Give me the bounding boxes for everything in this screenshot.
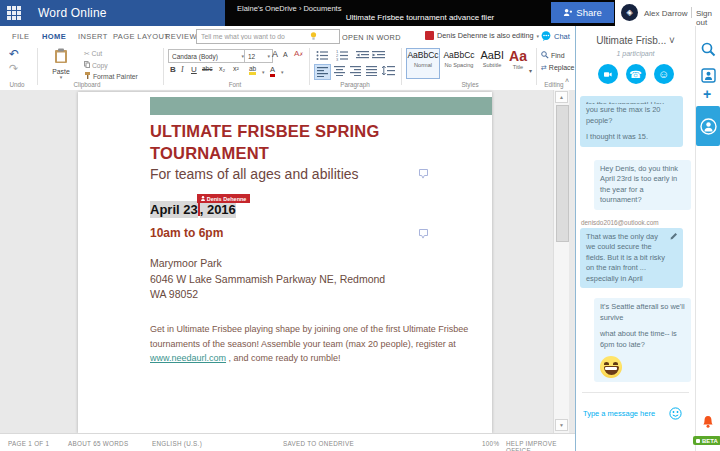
date-selection: , 2016 bbox=[200, 201, 236, 218]
font-color-button[interactable]: A bbox=[270, 65, 275, 77]
style-title[interactable]: Aa Title bbox=[506, 48, 530, 79]
decrease-indent-button[interactable] bbox=[356, 50, 369, 61]
chat-toggle[interactable]: Chat bbox=[541, 31, 570, 41]
beta-badge[interactable]: BETA bbox=[693, 436, 720, 445]
breadcrumb[interactable]: Elaine's OneDrive › Documents bbox=[237, 4, 341, 13]
chat-message-list[interactable]: for the tournament! Hey Alex are you sur… bbox=[576, 96, 695, 412]
tab-home[interactable]: HOME bbox=[42, 32, 66, 41]
scrollbar-thumb[interactable] bbox=[556, 105, 569, 242]
tab-page-layout[interactable]: PAGE LAYOUT bbox=[113, 32, 169, 41]
highlight-color-button[interactable]: ab bbox=[249, 65, 256, 75]
redo-button[interactable]: ↷ bbox=[9, 62, 18, 75]
right-toolbar: + BETA bbox=[695, 26, 720, 451]
chat-message-input[interactable] bbox=[581, 408, 670, 419]
tab-insert[interactable]: INSERT bbox=[78, 32, 108, 41]
align-center-button[interactable] bbox=[334, 66, 345, 76]
video-call-button[interactable] bbox=[598, 64, 618, 84]
flyer-address[interactable]: Marymoor Park 6046 W Lake Sammamish Park… bbox=[150, 256, 385, 303]
clear-formatting-button[interactable]: A✗ bbox=[294, 49, 304, 58]
word-count[interactable]: ABOUT 65 WORDS bbox=[68, 440, 128, 447]
chat-message[interactable]: It's Seattle afterall so we'll survive w… bbox=[594, 298, 691, 382]
open-in-word-button[interactable]: OPEN IN WORD bbox=[342, 33, 401, 42]
avatar[interactable]: ◈ bbox=[621, 4, 638, 21]
superscript-button[interactable]: x² bbox=[233, 65, 239, 72]
chat-message[interactable]: for the tournament! Hey Alex are you sur… bbox=[580, 96, 683, 147]
flyer-body[interactable]: Get in Ultimate Frisbee playing shape by… bbox=[150, 322, 472, 366]
flyer-subtitle[interactable]: For teams of all ages and abilities bbox=[150, 166, 359, 182]
body-link[interactable]: www.needaurl.com bbox=[150, 353, 226, 363]
tab-review[interactable]: REVIEW bbox=[165, 32, 197, 41]
grow-font-button[interactable]: A bbox=[272, 49, 278, 59]
app-launcher-icon[interactable] bbox=[7, 6, 21, 20]
line-spacing-button[interactable] bbox=[382, 66, 395, 76]
share-button[interactable]: Share bbox=[551, 2, 614, 23]
align-left-button[interactable] bbox=[314, 64, 331, 80]
sign-out-link[interactable]: Sign out bbox=[696, 9, 720, 27]
add-participant-button[interactable]: ☺ bbox=[654, 64, 674, 84]
style-subtitle[interactable]: AaBl Subtitle bbox=[478, 48, 506, 79]
language-indicator[interactable]: ENGLISH (U.S.) bbox=[152, 440, 202, 447]
date-selection: April 23 bbox=[150, 201, 198, 218]
tab-file[interactable]: FILE bbox=[12, 32, 29, 41]
style-normal[interactable]: AaBbCc Normal bbox=[406, 48, 440, 79]
bullets-button[interactable] bbox=[316, 50, 329, 61]
strikethrough-button[interactable]: abc bbox=[202, 65, 212, 72]
comment-balloon-icon[interactable] bbox=[418, 228, 429, 240]
coauthor-flag[interactable]: Denis Dehenne bbox=[197, 194, 251, 203]
chat-message[interactable]: That was the only day we could secure th… bbox=[580, 228, 683, 289]
numbering-button[interactable]: 123 bbox=[336, 50, 349, 61]
coauthor-presence-label: Denis Dehenne is also editing bbox=[437, 31, 534, 40]
font-family-select[interactable]: Candara (Body)▾ bbox=[168, 49, 247, 63]
ribbon: ↶ ↷ Undo Paste ▾ ✂ Cut Copy Format Paint… bbox=[0, 45, 575, 91]
help-improve-office-link[interactable]: HELP IMPROVE OFFICE bbox=[506, 440, 575, 451]
add-icon[interactable]: + bbox=[703, 86, 711, 102]
subscript-button[interactable]: x₂ bbox=[219, 65, 225, 72]
message-text: you sure the max is 20 people? bbox=[586, 105, 677, 126]
word-online-window: Word Online Elaine's OneDrive › Document… bbox=[0, 0, 720, 451]
paste-button[interactable]: Paste ▾ bbox=[45, 48, 77, 80]
flyer-time[interactable]: 10am to 6pm bbox=[150, 226, 223, 240]
scroll-up-arrow[interactable]: ▲ bbox=[555, 91, 568, 103]
app-title: Word Online bbox=[38, 6, 107, 20]
justify-button[interactable] bbox=[366, 66, 377, 76]
bold-button[interactable]: B bbox=[170, 65, 176, 74]
scroll-down-arrow[interactable]: ▼ bbox=[555, 419, 568, 431]
replace-button[interactable]: ⇄ Replace bbox=[541, 64, 575, 72]
edit-pencil-icon[interactable] bbox=[670, 232, 678, 240]
coauthor-presence[interactable]: Denis Dehenne is also editing ▾ bbox=[425, 31, 539, 40]
vertical-scrollbar[interactable]: ▲ ▼ bbox=[553, 90, 569, 433]
increase-indent-button[interactable] bbox=[372, 50, 385, 61]
find-button[interactable]: Find bbox=[541, 51, 565, 59]
phone-icon: ☎ bbox=[629, 69, 641, 80]
comment-balloon-icon[interactable] bbox=[418, 168, 429, 180]
document-page[interactable]: ULTIMATE FRISBEE SPRING TOURNAMENT For t… bbox=[78, 92, 492, 433]
format-painter-button[interactable]: Format Painter bbox=[84, 72, 138, 80]
copy-button[interactable]: Copy bbox=[84, 61, 108, 69]
emoji-picker-icon[interactable] bbox=[669, 407, 682, 420]
zoom-level[interactable]: 100% bbox=[482, 440, 499, 447]
italic-button[interactable]: I bbox=[181, 65, 184, 74]
collapse-ribbon-button[interactable]: ˄ bbox=[565, 77, 569, 84]
message-text: Hey Denis, do you think April 23rd is to… bbox=[600, 164, 685, 206]
font-family-value: Candara (Body) bbox=[172, 53, 218, 60]
flyer-date[interactable]: April 23Denis Dehenne, 2016 bbox=[150, 202, 236, 217]
styles-gallery-more-button[interactable]: ▾ bbox=[529, 67, 532, 74]
contacts-icon[interactable] bbox=[701, 68, 716, 83]
search-icon[interactable] bbox=[701, 42, 716, 57]
notification-bell-icon[interactable] bbox=[701, 415, 715, 429]
tell-me-input[interactable] bbox=[196, 29, 340, 44]
align-right-button[interactable] bbox=[350, 66, 361, 76]
style-preview: Aa bbox=[507, 49, 529, 64]
user-name[interactable]: Alex Darrow bbox=[644, 9, 688, 18]
shrink-font-button[interactable]: A bbox=[283, 51, 288, 58]
active-chat-rail-button[interactable] bbox=[696, 106, 720, 146]
chat-message[interactable]: Hey Denis, do you think April 23rd is to… bbox=[594, 160, 691, 210]
font-size-select[interactable]: 12▾ bbox=[244, 49, 273, 63]
style-no-spacing[interactable]: AaBbCc No Spacing bbox=[440, 48, 478, 79]
flyer-title[interactable]: ULTIMATE FRISBEE SPRING TOURNAMENT bbox=[150, 120, 420, 164]
voice-call-button[interactable]: ☎ bbox=[626, 64, 646, 84]
undo-button[interactable]: ↶ bbox=[9, 47, 19, 61]
chat-title[interactable]: Ultimate Frisb... ˅ bbox=[576, 35, 695, 46]
underline-button[interactable]: U bbox=[191, 65, 197, 74]
cut-button[interactable]: ✂ Cut bbox=[84, 50, 102, 58]
